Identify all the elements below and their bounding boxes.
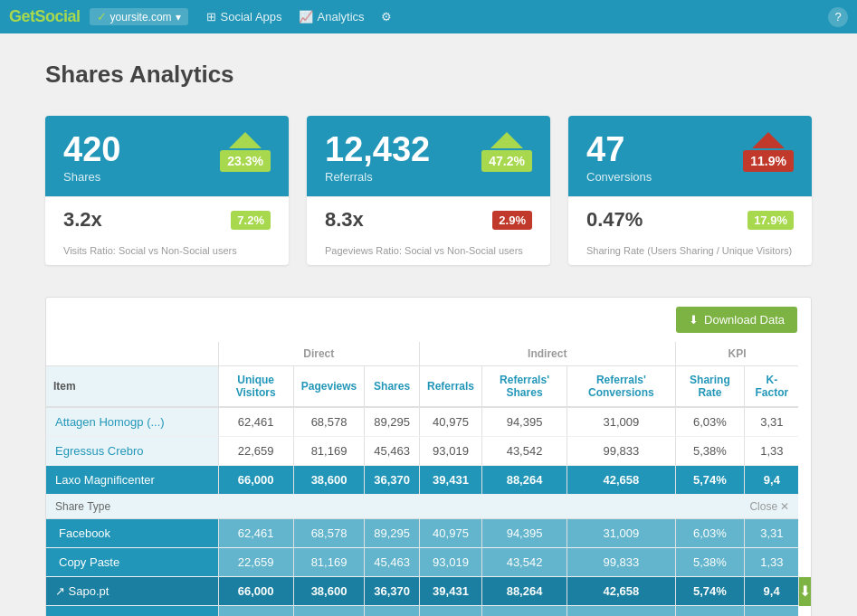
- col-header-pageviews: Pageviews: [293, 366, 364, 408]
- sub-data-cell: 40,975: [419, 519, 481, 548]
- data-cell: 38,600: [293, 466, 364, 495]
- data-cell: 81,169: [293, 437, 364, 466]
- arrow-icon-referrals: [490, 132, 523, 148]
- arrow-icon-conversions: [752, 132, 785, 148]
- sub-data-cell: 5,74%: [675, 606, 745, 617]
- sub-data-cell: 22,659: [218, 548, 293, 577]
- data-cell: 94,395: [482, 407, 567, 437]
- stat-main-value-referrals: 12,432: [325, 132, 430, 166]
- badge-pct-conversions: 11.9%: [743, 150, 794, 172]
- site-badge[interactable]: ✓ yoursite.com ▾: [90, 8, 188, 25]
- group-item: [46, 342, 218, 366]
- nav-logo[interactable]: GetSocial: [9, 7, 81, 26]
- download-icon-cell[interactable]: ⬇: [798, 577, 811, 606]
- top-nav: GetSocial ✓ yoursite.com ▾ ⊞ Social Apps…: [0, 0, 857, 33]
- data-cell: 3,31: [745, 407, 799, 437]
- sub-data-cell: 88,264: [482, 606, 567, 617]
- sub-data-cell: 36,370: [365, 577, 420, 606]
- sub-table-row[interactable]: Copy Paste22,65981,16945,46393,01943,542…: [46, 548, 811, 577]
- stat-card-shares: 420 Shares 23.3% 3.2x 7.2% Visits Ratio:…: [45, 116, 289, 265]
- chart-icon: 📈: [299, 10, 313, 24]
- nav-analytics[interactable]: 📈 Analytics: [299, 10, 365, 24]
- nav-social-apps[interactable]: ⊞ Social Apps: [206, 10, 282, 24]
- item-cell: Laxo Magnificenter: [46, 466, 218, 495]
- data-cell: 42,658: [567, 466, 676, 495]
- sub-data-cell: 1,33: [745, 548, 799, 577]
- sub-data-cell: 66,000: [218, 606, 293, 617]
- sub-data-cell: 9,74: [745, 606, 799, 617]
- data-cell: 88,264: [482, 466, 567, 495]
- page-content: Shares Analytics 420 Shares 23.3% 3.2x 7…: [0, 33, 857, 616]
- share-type-row: Share Type Close ✕: [46, 495, 811, 519]
- col-header-referrals-shares: Referrals' Shares: [482, 366, 567, 408]
- stat-card-top-referrals: 12,432 Referrals 47.2%: [307, 116, 550, 196]
- data-cell: 62,461: [218, 407, 293, 437]
- sub-data-cell: 93,019: [419, 548, 481, 577]
- stat-secondary-value-referrals: 8.3x: [325, 208, 364, 232]
- col-header-referrals-conversions: Referrals' Conversions: [567, 366, 676, 408]
- data-cell: 68,578: [293, 407, 364, 437]
- share-type-label: Share Type: [55, 500, 110, 513]
- page-title: Shares Analytics: [45, 61, 812, 89]
- stat-card-bottom-referrals: 8.3x 2.9%: [307, 196, 550, 241]
- sub-data-cell: 99,833: [567, 548, 676, 577]
- table-row[interactable]: Laxo Magnificenter66,00038,60036,37039,4…: [46, 466, 811, 495]
- stat-label-referrals: Referrals: [325, 170, 430, 184]
- col-header-sharing-rate: Sharing Rate: [675, 366, 745, 408]
- sub-data-cell: 9,4: [745, 577, 799, 606]
- nav-items: ⊞ Social Apps 📈 Analytics ⚙: [206, 10, 392, 24]
- data-cell: 31,009: [567, 407, 676, 437]
- sub-data-cell: 81,169: [293, 548, 364, 577]
- sub-data-cell: 42,658: [567, 606, 676, 617]
- data-cell: 89,295: [365, 407, 420, 437]
- sub-data-cell: 39,431: [419, 606, 481, 617]
- badge-pct-referrals: 47.2%: [481, 150, 532, 172]
- stat-card-top-conversions: 47 Conversions 11.9%: [568, 116, 812, 196]
- stat-cards: 420 Shares 23.3% 3.2x 7.2% Visits Ratio:…: [45, 116, 812, 265]
- col-header-item: Item: [46, 366, 218, 408]
- data-cell: 99,833: [567, 437, 676, 466]
- item-cell: Attagen Homogp (...): [46, 407, 218, 437]
- sub-data-cell: 62,461: [218, 519, 293, 548]
- stat-label-shares: Shares: [63, 170, 120, 184]
- sub-data-cell: 42,658: [567, 577, 676, 606]
- data-cell: 39,431: [419, 466, 481, 495]
- group-direct: Direct: [218, 342, 419, 366]
- stat-card-top-shares: 420 Shares 23.3%: [45, 116, 289, 196]
- sub-data-cell: 43,542: [482, 548, 567, 577]
- table-row[interactable]: Attagen Homogp (...)62,46168,57889,29540…: [46, 407, 811, 437]
- sub-data-cell: 5,38%: [675, 548, 745, 577]
- sub-table-row[interactable]: Ac Tamdbfg66,00038,60036,37039,43188,264…: [46, 606, 811, 617]
- table-toolbar: ⬇ Download Data: [46, 298, 811, 342]
- data-cell: 5,74%: [675, 466, 745, 495]
- nav-settings[interactable]: ⚙: [381, 10, 392, 24]
- table-row[interactable]: Egressus Crebro22,65981,16945,46393,0194…: [46, 437, 811, 466]
- data-cell: 1,33: [745, 437, 799, 466]
- stat-badge-referrals: 47.2%: [481, 132, 532, 172]
- download-button[interactable]: ⬇ Download Data: [676, 307, 797, 333]
- stat-main-info: 12,432 Referrals: [325, 132, 430, 184]
- stat-card-bottom-conversions: 0.47% 17.9%: [568, 196, 812, 241]
- sub-data-cell: 38,600: [293, 606, 364, 617]
- help-button[interactable]: ?: [828, 7, 848, 27]
- group-indirect: Indirect: [419, 342, 675, 366]
- sub-table-row[interactable]: Facebook62,46168,57889,29540,97594,39531…: [46, 519, 811, 548]
- sub-data-cell: 38,600: [293, 577, 364, 606]
- nav-social-apps-label: Social Apps: [221, 10, 282, 24]
- sub-data-cell: 5,74%: [675, 577, 745, 606]
- stat-card-conversions: 47 Conversions 11.9% 0.47% 17.9% Sharing…: [568, 116, 812, 265]
- logo-social: Social: [35, 7, 81, 25]
- nav-analytics-label: Analytics: [318, 10, 365, 24]
- logo-get: Get: [9, 7, 35, 25]
- sub-data-cell: 89,295: [365, 519, 420, 548]
- col-header-shares: Shares: [365, 366, 420, 408]
- sub-data-cell: 36,370: [365, 606, 420, 617]
- stat-secondary-badge-shares: 7.2%: [231, 211, 271, 230]
- gear-icon: ⚙: [381, 10, 392, 24]
- stat-badge-shares: 23.3%: [220, 132, 271, 172]
- close-button[interactable]: Close ✕: [749, 500, 789, 513]
- data-cell: 22,659: [218, 437, 293, 466]
- download-icon: ⬇: [689, 313, 699, 327]
- sub-table-row[interactable]: ↗ Sapo.pt66,00038,60036,37039,43188,2644…: [46, 577, 811, 606]
- col-header-k-factor: K-Factor: [745, 366, 799, 408]
